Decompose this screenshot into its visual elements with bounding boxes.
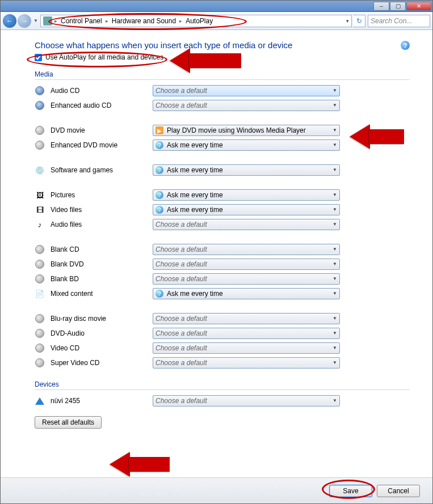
- combo-value: Choose a default: [155, 221, 207, 228]
- combo-nuvi[interactable]: Choose a default ▼: [153, 395, 340, 406]
- question-icon: ?: [155, 166, 163, 174]
- crumb-control-panel[interactable]: Control Panel: [60, 17, 103, 25]
- cd-icon: [35, 100, 45, 111]
- row-enh-dvd-movie: Enhanced DVD movie ? Ask me every time ▼: [35, 138, 410, 153]
- row-dvd-audio: DVD-Audio Choose a default ▼: [35, 326, 410, 341]
- chevron-down-icon: ▼: [333, 128, 337, 133]
- maximize-button[interactable]: ▢: [390, 2, 406, 11]
- disc-icon: [35, 259, 45, 269]
- combo-audio-files[interactable]: Choose a default ▼: [153, 219, 340, 230]
- label-enh-audio-cd: Enhanced audio CD: [51, 101, 153, 109]
- row-blank-cd: Blank CD Choose a default ▼: [35, 242, 410, 257]
- chevron-down-icon: ▼: [333, 142, 337, 147]
- combo-software-games[interactable]: ? Ask me every time ▼: [153, 164, 340, 176]
- back-button[interactable]: ←: [3, 14, 16, 28]
- footer: Save Cancel: [1, 477, 432, 503]
- combo-dvd-movie[interactable]: ▶ Play DVD movie using Windows Media Pla…: [153, 125, 340, 136]
- label-enh-dvd-movie: Enhanced DVD movie: [51, 141, 153, 149]
- combo-value: Choose a default: [155, 275, 207, 283]
- music-icon: ♪: [35, 219, 45, 230]
- label-video-cd: Video CD: [51, 344, 153, 352]
- use-autoplay-row: Use AutoPlay for all media and devices: [35, 53, 410, 61]
- search-input[interactable]: Search Con...: [368, 15, 430, 27]
- disc-icon: [35, 274, 45, 284]
- reset-defaults-button[interactable]: Reset all defaults: [35, 416, 102, 429]
- chevron-down-icon: ▼: [333, 261, 337, 266]
- combo-value: Choose a default: [155, 359, 207, 367]
- combo-enh-dvd-movie[interactable]: ? Ask me every time ▼: [153, 139, 340, 151]
- minimize-button[interactable]: –: [373, 2, 389, 11]
- address-bar[interactable]: ▸ Control Panel ▸ Hardware and Sound ▸ A…: [40, 15, 352, 27]
- close-button[interactable]: ✕: [406, 2, 431, 11]
- row-blank-bd: Blank BD Choose a default ▼: [35, 272, 410, 286]
- question-icon: ?: [155, 206, 163, 214]
- chevron-down-icon: ▼: [333, 167, 337, 172]
- chevron-down-icon: ▼: [333, 103, 337, 108]
- combo-blank-bd[interactable]: Choose a default ▼: [153, 273, 340, 285]
- combo-value: Choose a default: [155, 315, 207, 323]
- combo-value: Ask me every time: [167, 141, 223, 149]
- row-nuvi: nüvi 2455 Choose a default ▼: [35, 393, 410, 408]
- question-icon: ?: [155, 141, 163, 149]
- combo-svcd[interactable]: Choose a default ▼: [153, 357, 340, 369]
- label-dvd-movie: DVD movie: [51, 126, 153, 134]
- save-button[interactable]: Save: [329, 485, 372, 497]
- combo-bluray[interactable]: Choose a default ▼: [153, 313, 340, 324]
- combo-blank-cd[interactable]: Choose a default ▼: [153, 244, 340, 255]
- row-video-cd: Video CD Choose a default ▼: [35, 341, 410, 355]
- question-icon: ?: [155, 191, 163, 199]
- combo-value: Ask me every time: [167, 191, 223, 199]
- chevron-down-icon: ▼: [333, 291, 337, 296]
- history-dropdown[interactable]: ▼: [32, 18, 39, 23]
- cancel-button[interactable]: Cancel: [377, 485, 420, 497]
- label-bluray: Blu-ray disc movie: [51, 315, 153, 323]
- combo-value: Choose a default: [155, 260, 207, 268]
- row-pictures: 🖼 Pictures ? Ask me every time ▼: [35, 188, 410, 202]
- crumb-hardware-sound[interactable]: Hardware and Sound: [111, 17, 177, 25]
- picture-icon: 🖼: [35, 190, 45, 200]
- combo-audio-cd[interactable]: Choose a default ▼: [153, 85, 340, 96]
- disc-icon: [35, 140, 45, 150]
- combo-video-cd[interactable]: Choose a default ▼: [153, 342, 340, 354]
- breadcrumb-sep: ▸: [104, 18, 110, 24]
- combo-blank-dvd[interactable]: Choose a default ▼: [153, 259, 340, 270]
- combo-pictures[interactable]: ? Ask me every time ▼: [153, 189, 340, 201]
- combo-video-files[interactable]: ? Ask me every time ▼: [153, 204, 340, 215]
- combo-value: Choose a default: [155, 87, 207, 95]
- combo-enh-audio-cd[interactable]: Choose a default ▼: [153, 100, 340, 111]
- label-audio-cd: Audio CD: [51, 87, 153, 95]
- combo-value: Choose a default: [155, 329, 207, 337]
- label-blank-bd: Blank BD: [51, 275, 153, 283]
- crumb-autoplay[interactable]: AutoPlay: [184, 17, 214, 25]
- row-audio-files: ♪ Audio files Choose a default ▼: [35, 217, 410, 232]
- use-autoplay-checkbox[interactable]: [35, 54, 42, 61]
- label-blank-cd: Blank CD: [51, 245, 153, 253]
- help-icon[interactable]: ?: [401, 41, 410, 50]
- disc-icon: [35, 125, 45, 135]
- chevron-down-icon: ▼: [333, 207, 337, 212]
- label-mixed-content: Mixed content: [51, 290, 153, 298]
- disc-icon: [35, 358, 45, 368]
- chevron-down-icon: ▼: [333, 360, 337, 365]
- row-mixed-content: 📄 Mixed content ? Ask me every time ▼: [35, 286, 410, 301]
- row-dvd-movie: DVD movie ▶ Play DVD movie using Windows…: [35, 123, 410, 138]
- combo-mixed-content[interactable]: ? Ask me every time ▼: [153, 288, 340, 299]
- label-svcd: Super Video CD: [51, 359, 153, 367]
- chevron-down-icon: ▼: [333, 276, 337, 281]
- section-devices: Devices: [35, 380, 410, 390]
- breadcrumb-sep: ▸: [53, 18, 58, 24]
- combo-dvd-audio[interactable]: Choose a default ▼: [153, 328, 340, 339]
- forward-button[interactable]: →: [18, 14, 31, 28]
- chevron-down-icon: ▼: [333, 316, 337, 321]
- question-icon: ?: [155, 290, 163, 298]
- combo-value: Ask me every time: [167, 290, 223, 298]
- chevron-down-icon: ▼: [333, 331, 337, 336]
- wmp-icon: ▶: [155, 126, 163, 134]
- disc-icon: [35, 343, 45, 353]
- refresh-button[interactable]: ↻: [353, 15, 365, 27]
- address-dropdown-icon[interactable]: ▾: [346, 18, 349, 24]
- mixed-icon: 📄: [35, 289, 45, 299]
- chevron-down-icon: ▼: [333, 192, 337, 197]
- titlebar: – ▢ ✕: [1, 1, 432, 12]
- row-enh-audio-cd: Enhanced audio CD Choose a default ▼: [35, 98, 410, 113]
